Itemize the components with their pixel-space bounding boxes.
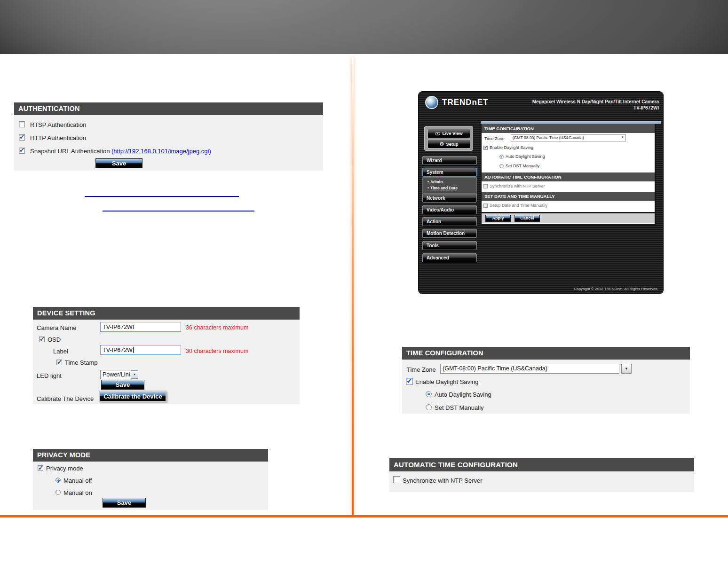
- calibrate-device-label: Calibrate The Device: [37, 395, 94, 402]
- time-zone-label: Time Zone: [407, 366, 436, 373]
- trendnet-logo-icon: [425, 96, 438, 109]
- time-zone-dropdown-button[interactable]: ▼: [621, 364, 632, 374]
- sidebar-item-action[interactable]: Action: [422, 217, 477, 226]
- synchronize-ntp-checkbox[interactable]: [483, 184, 488, 188]
- privacy-mode-save-button[interactable]: Save: [103, 498, 146, 508]
- automatic-time-configuration-panel: AUTOMATIC TIME CONFIGURATION Synchronize…: [389, 458, 694, 492]
- live-view-label: Live View: [442, 131, 462, 136]
- led-light-dropdown-button[interactable]: ▼: [131, 370, 138, 379]
- enable-daylight-saving-label: Enable Daylight Saving: [415, 378, 478, 385]
- sidebar-item-motion-detection[interactable]: Motion Detection: [422, 229, 477, 238]
- sidebar-item-tools[interactable]: Tools: [422, 241, 477, 250]
- chevron-down-icon: ▼: [133, 373, 136, 376]
- privacy-mode-panel-title: PRIVACY MODE: [33, 449, 268, 462]
- device-setting-save-button[interactable]: Save: [101, 380, 144, 390]
- chevron-down-icon: ▼: [625, 367, 628, 371]
- sidebar-item-network[interactable]: Network: [422, 194, 477, 203]
- setup-date-time-manually-checkbox[interactable]: [483, 204, 488, 208]
- calibrate-device-button[interactable]: Calibrate the Device: [99, 391, 166, 402]
- content-top-bar: [481, 121, 661, 124]
- enable-daylight-saving-checkbox[interactable]: [406, 378, 413, 385]
- camera-ui-screenshot: TRENDnET Megapixel Wireless N Day/Night …: [419, 92, 663, 294]
- set-dst-manually-label: Set DST Manually: [506, 164, 539, 168]
- osd-checkbox[interactable]: [39, 337, 45, 342]
- time-zone-select[interactable]: (GMT-08:00) Pacific Time (US&Canada)▼: [511, 134, 626, 141]
- camera-ui-title-line2: TV-IP672WI: [532, 105, 659, 111]
- live-view-button[interactable]: Live View: [427, 129, 470, 138]
- led-light-select[interactable]: Power/Link: [100, 370, 130, 379]
- auto-daylight-saving-label: Auto Daylight Saving: [435, 391, 491, 398]
- device-setting-panel-title: DEVICE SETTING: [33, 307, 300, 320]
- snapshot-url-authentication-checkbox[interactable]: [19, 148, 25, 154]
- device-setting-panel: DEVICE SETTING Camera Name 36 characters…: [33, 307, 300, 404]
- camera-name-label: Camera Name: [37, 324, 77, 331]
- view-mode-box: Live View ⚙Setup: [424, 126, 473, 151]
- sidebar-subitem-admin[interactable]: Admin: [427, 179, 476, 185]
- trendnet-brand: TRENDnET: [442, 98, 489, 107]
- eye-icon: [435, 132, 440, 135]
- manual-off-radio[interactable]: [55, 478, 61, 483]
- orange-vertical-divider: [352, 57, 354, 516]
- sidebar-item-video-audio[interactable]: Video/Audio: [422, 205, 477, 214]
- authentication-panel: AUTHENTICATION RTSP Authentication HTTP …: [14, 102, 323, 171]
- camera-ui-title: Megapixel Wireless N Day/Night Pan/Tilt …: [532, 99, 659, 111]
- time-zone-select[interactable]: (GMT-08:00) Pacific Time (US&Canada): [440, 364, 619, 374]
- time-and-date-content: TIME CONFIGURATION Time Zone (GMT-08:00)…: [481, 124, 656, 225]
- privacy-mode-panel: PRIVACY MODE Privacy mode Manual off Man…: [33, 449, 268, 510]
- osd-label-input[interactable]: [100, 345, 181, 355]
- auto-daylight-saving-radio[interactable]: [499, 155, 504, 159]
- automatic-time-configuration-title: AUTOMATIC TIME CONFIGURATION: [389, 458, 694, 471]
- content-footer-row: Apply Cancel: [482, 212, 655, 223]
- synchronize-ntp-checkbox[interactable]: [393, 476, 400, 483]
- time-stamp-label: Time Stamp: [65, 359, 98, 366]
- time-configuration-header: TIME CONFIGURATION: [482, 124, 655, 133]
- privacy-mode-checkbox[interactable]: [38, 465, 43, 471]
- http-authentication-label: HTTP Authentication: [30, 134, 86, 141]
- http-authentication-checkbox[interactable]: [19, 134, 25, 141]
- sidebar-subitem-time-and-date[interactable]: Time and Date: [427, 185, 476, 191]
- auto-daylight-saving-radio[interactable]: [426, 391, 432, 397]
- time-zone-value: (GMT-08:00) Pacific Time (US&Canada): [513, 135, 584, 140]
- system-submenu: Admin Time and Date: [422, 177, 477, 194]
- camera-name-input[interactable]: [100, 322, 181, 332]
- privacy-mode-label: Privacy mode: [46, 465, 83, 472]
- manual-on-radio[interactable]: [55, 490, 61, 495]
- document-link-underline[interactable]: [103, 211, 254, 212]
- synchronize-ntp-label: Synchronize with NTP Server: [490, 184, 545, 188]
- snapshot-link-paren-close: ): [209, 148, 211, 155]
- osd-label: OSD: [47, 336, 61, 343]
- cancel-button[interactable]: Cancel: [514, 215, 540, 222]
- manual-on-label: Manual on: [63, 489, 92, 496]
- time-zone-label: Time Zone: [484, 136, 505, 141]
- sidebar-item-wizard[interactable]: Wizard: [422, 156, 477, 165]
- page-header-band: [0, 0, 728, 54]
- gear-icon: ⚙: [439, 140, 444, 148]
- snapshot-url-authentication-label: Snapshot URL Authentication (http://192.…: [30, 148, 211, 155]
- snapshot-url-link[interactable]: http://192.168.0.101/image/jpeg.cgi: [113, 148, 209, 155]
- osd-label-hint: 30 characters maximum: [186, 348, 248, 354]
- snapshot-url-text: Snapshot URL Authentication: [30, 148, 110, 155]
- setup-date-time-manually-label: Setup Date and Time Manually: [490, 203, 547, 208]
- rtsp-authentication-label: RTSP Authentication: [30, 121, 87, 128]
- time-stamp-checkbox[interactable]: [56, 360, 62, 365]
- rtsp-authentication-checkbox[interactable]: [19, 121, 25, 127]
- enable-daylight-saving-checkbox[interactable]: [483, 146, 488, 150]
- sidebar-item-advanced[interactable]: Advanced: [422, 253, 477, 262]
- auto-daylight-saving-label: Auto Daylight Saving: [506, 154, 545, 159]
- copyright-text: Copyright © 2012 TRENDnet. All Rights Re…: [574, 287, 658, 291]
- document-link-underline[interactable]: [85, 196, 239, 197]
- set-dst-manually-label: Set DST Manually: [435, 404, 484, 411]
- synchronize-ntp-label: Synchronize with NTP Server: [403, 477, 483, 484]
- enable-daylight-saving-label: Enable Daylight Saving: [490, 145, 533, 150]
- time-configuration-panel-title: TIME CONFIGURATION: [402, 347, 690, 360]
- sidebar-item-system[interactable]: System: [422, 168, 477, 177]
- set-dst-manually-radio[interactable]: [426, 404, 432, 410]
- apply-button[interactable]: Apply: [485, 215, 511, 222]
- authentication-save-button[interactable]: Save: [95, 158, 142, 168]
- time-configuration-panel: TIME CONFIGURATION Time Zone (GMT-08:00)…: [402, 347, 690, 414]
- setup-button[interactable]: ⚙Setup: [427, 139, 470, 149]
- set-date-time-manually-header: SET DATE AND TIME MANUALLY: [482, 192, 655, 201]
- set-dst-manually-radio[interactable]: [499, 164, 504, 168]
- authentication-panel-title: AUTHENTICATION: [14, 102, 323, 115]
- camera-name-hint: 36 characters maximum: [186, 324, 248, 331]
